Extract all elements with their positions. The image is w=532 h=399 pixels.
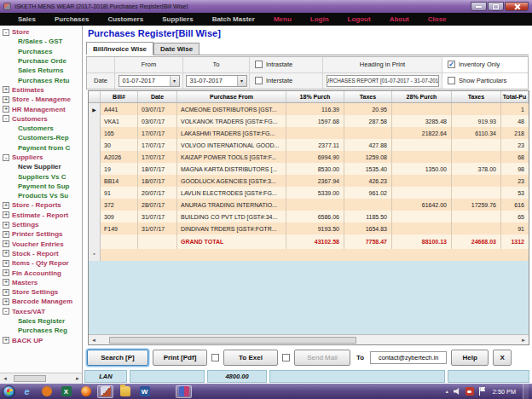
row-selector[interactable]: [89, 115, 101, 127]
show-particulars-checkbox[interactable]: [448, 77, 455, 84]
close-form-button[interactable]: X: [493, 350, 512, 366]
taskbar-paint[interactable]: [97, 385, 113, 398]
print-checkbox[interactable]: [211, 354, 219, 361]
taskbar-ie[interactable]: e: [19, 385, 35, 398]
taskbar-explorer[interactable]: [117, 385, 133, 398]
taskbar-clock[interactable]: 2:50 PM: [490, 388, 518, 396]
sidebar-item-payment-to-suppliers[interactable]: Payment to Sup: [0, 182, 83, 191]
sidebar-item-purchases-returns[interactable]: Purchases Retu: [0, 75, 83, 84]
menu-item-customers[interactable]: Customers: [98, 15, 153, 23]
row-selector[interactable]: ▶: [89, 103, 101, 115]
sidebar-item-items-qty-report[interactable]: +Items - Qty Repor: [0, 258, 83, 268]
sidebar-item-fin-accounting[interactable]: +Fin Accounting: [0, 268, 83, 277]
volume-icon[interactable]: [454, 388, 461, 395]
sidebar-item-settings[interactable]: +Settings: [0, 220, 83, 229]
sidebar-item-store[interactable]: -Store: [0, 27, 83, 37]
row-selector[interactable]: [89, 211, 101, 223]
sidebar-item-masters[interactable]: +Masters: [0, 278, 83, 287]
sidebar-item-purchases-register[interactable]: Purchases Reg: [0, 326, 83, 335]
sidebar-horizontal-scrollbar[interactable]: ◄ ►: [0, 373, 83, 384]
heading-in-print-input[interactable]: PURCHASES REPORT [01-07-2017 - 31-07-201…: [327, 75, 439, 87]
sidebar-item-store-reports[interactable]: +Store - Reports: [0, 200, 83, 210]
sidebar-item-barcode-management[interactable]: +Barcode Managem: [0, 297, 83, 306]
from-date-dropdown[interactable]: 01-07-2017 ▾: [119, 75, 180, 87]
taskbar-excel[interactable]: X: [58, 385, 74, 398]
tree-expand-icon[interactable]: +: [3, 298, 9, 305]
column-header-28-purch[interactable]: 28% Purch: [392, 91, 452, 102]
menu-item-suppliers[interactable]: Suppliers: [153, 15, 202, 23]
sidebar-item-taxes-vat[interactable]: -Taxes/VAT: [0, 307, 83, 316]
sidebar-item-suppliers[interactable]: -Suppliers: [0, 153, 83, 162]
menu-item-about[interactable]: About: [380, 15, 419, 23]
row-selector[interactable]: [89, 223, 101, 234]
sidebar-item-products-vs-suppliers[interactable]: Products Vs Su: [0, 191, 83, 200]
scroll-left-icon[interactable]: ◄: [89, 338, 99, 343]
tree-expand-icon[interactable]: +: [3, 106, 9, 113]
new-row-marker[interactable]: *: [89, 249, 101, 261]
sidebar-item-customers[interactable]: -Customers: [0, 114, 83, 124]
sidebar-item-sales-returns[interactable]: Sales Returns: [0, 66, 83, 75]
table-row[interactable]: VKA1 03/07/17 VOLKANOK TRADERS [GST#:FG.…: [89, 115, 529, 127]
taskbar-media-player[interactable]: [38, 385, 55, 398]
row-selector[interactable]: [89, 199, 101, 211]
excel-checkbox[interactable]: [282, 354, 290, 361]
new-row[interactable]: *: [89, 249, 529, 261]
sidebar-item-store-management[interactable]: +Store - Manageme: [0, 95, 83, 104]
show-particulars-option[interactable]: Show Particulars: [442, 73, 528, 90]
tree-expand-icon[interactable]: +: [3, 202, 9, 209]
menu-item-menu[interactable]: Menu: [264, 15, 301, 23]
column-header-18-purch[interactable]: 18% Purch: [286, 91, 344, 102]
taskbar-app[interactable]: [156, 385, 172, 398]
action-center-flag-icon[interactable]: [478, 387, 486, 396]
inventory-only-checkbox[interactable]: ✓: [448, 61, 455, 68]
scroll-right-icon[interactable]: ►: [72, 376, 83, 381]
tree-expand-icon[interactable]: +: [3, 240, 9, 247]
tree-expand-icon[interactable]: +: [3, 211, 9, 218]
sidebar-item-new-supplier[interactable]: New Supplier: [0, 162, 83, 171]
menu-item-login[interactable]: Login: [301, 15, 338, 23]
interstate-option[interactable]: Interstate: [250, 73, 323, 90]
menu-item-close[interactable]: Close: [419, 15, 456, 23]
table-row[interactable]: 309 31/07/17 BUILDING CO PVT LTD [GST#:3…: [89, 211, 529, 223]
sidebar-item-hr-management[interactable]: +HR Management: [0, 104, 83, 113]
send-mail-button[interactable]: Send Mail: [294, 350, 350, 366]
sidebar-item-sales-register[interactable]: Sales Register: [0, 316, 83, 326]
table-row[interactable]: 30 17/07/17 VOLVOO INTERNATIONAL GOOD...…: [89, 139, 529, 151]
tree-expand-icon[interactable]: +: [3, 96, 9, 103]
column-header-taxes-18[interactable]: Taxes: [344, 91, 392, 102]
tree-expand-icon[interactable]: +: [3, 337, 9, 344]
tree-expand-icon[interactable]: +: [3, 269, 9, 276]
row-selector[interactable]: [89, 139, 101, 151]
taskbar-firefox[interactable]: [78, 385, 94, 398]
column-header-date[interactable]: Date: [138, 91, 177, 102]
sidebar-item-payment-from-customers[interactable]: Payment from C: [0, 143, 83, 153]
hidden-icons-arrow[interactable]: ▲: [445, 389, 449, 394]
table-row[interactable]: A2026 17/07/17 KAIZAP POWER TOOLS [GST#:…: [89, 151, 529, 163]
sidebar-item-customers-reports[interactable]: Customers-Rep: [0, 133, 83, 142]
table-row[interactable]: BB14 18/07/17 GOODLUCK AGENCIES [GST#:3.…: [89, 175, 529, 187]
sidebar-item-purchase-orders[interactable]: Purchase Orde: [0, 56, 83, 66]
sidebar-item-estimates[interactable]: +Estimates: [0, 85, 83, 95]
tree-expand-icon[interactable]: +: [3, 260, 9, 267]
tab-bill-invoice-wise[interactable]: Bill/Invoice Wise: [86, 42, 153, 55]
sidebar-item-backup[interactable]: +BACK UP: [0, 336, 83, 345]
table-row[interactable]: 372 28/07/17 ANURAG TRADING INTERNATIO..…: [89, 199, 529, 211]
tree-collapse-icon[interactable]: -: [3, 115, 9, 122]
table-row[interactable]: 165 17/07/17 LAKASHMI TRADERS [GST#:FG..…: [89, 127, 529, 139]
sidebar-item-store-settings[interactable]: +Store Settings: [0, 287, 83, 297]
show-desktop-button[interactable]: [523, 384, 529, 399]
column-header-taxes-28[interactable]: Taxes: [452, 91, 501, 102]
column-header-purchase-from[interactable]: Purchase From: [177, 91, 286, 102]
row-selector[interactable]: [89, 163, 101, 175]
to-date-dropdown[interactable]: 31-07-2017 ▾: [186, 75, 247, 87]
tree-expand-icon[interactable]: +: [3, 250, 9, 257]
scroll-right-icon[interactable]: ►: [518, 338, 529, 343]
row-selector[interactable]: [89, 127, 101, 139]
column-header-total[interactable]: Total-Pu: [501, 91, 529, 102]
table-horizontal-scrollbar[interactable]: ◄ ►: [89, 334, 529, 344]
help-button[interactable]: Help: [451, 350, 489, 366]
interstate-checkbox[interactable]: [255, 77, 263, 84]
table-row[interactable]: 19 18/07/17 MAGNA KARTA DISTRIBUTORS [..…: [89, 163, 529, 175]
sidebar-item-estimate-reports[interactable]: +Estimate - Report: [0, 211, 83, 220]
chevron-down-icon[interactable]: ▾: [237, 76, 246, 86]
